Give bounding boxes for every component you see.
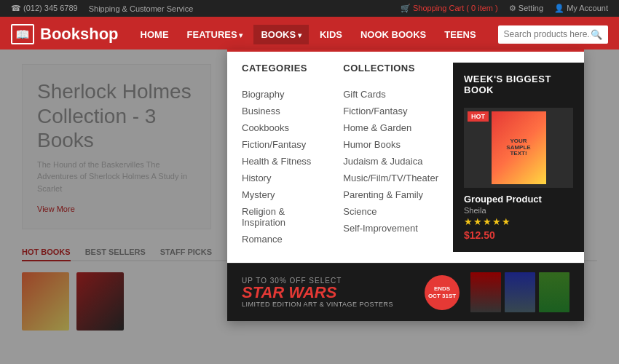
cat-religion[interactable]: Religion & Inspiration	[242, 203, 314, 231]
col-fiction[interactable]: Fiction/Fantasy	[343, 103, 438, 119]
book-title: Grouped Product	[464, 194, 573, 205]
book-cover: YOURSAMPLETEXT!	[492, 111, 546, 184]
banner-text: UP TO 30% OFF SELECT STAR WARS LIMITED E…	[242, 277, 414, 308]
phone-number: ☎ (012) 345 6789	[11, 4, 78, 13]
book-author: Sheila	[464, 206, 573, 215]
nav-books[interactable]: BOOKS	[253, 25, 308, 44]
book-stars: ★★★★★	[464, 216, 573, 227]
col-parenting[interactable]: Parenting & Family	[343, 186, 438, 203]
setting-link[interactable]: ⚙ Setting	[509, 4, 543, 13]
col-self-improvement[interactable]: Self-Improvement	[343, 220, 438, 237]
banner-images	[470, 272, 569, 312]
dropdown-categories-col: CATEGORIES Biography Business Cookbooks …	[227, 63, 328, 252]
logo[interactable]: 📖 Bookshop	[11, 24, 119, 44]
banner-ends-label: ENDS	[434, 285, 450, 293]
cat-health[interactable]: Health & Fitness	[242, 153, 314, 170]
book-sample-text: YOURSAMPLETEXT!	[506, 138, 530, 157]
cat-cookbooks[interactable]: Cookbooks	[242, 119, 314, 136]
col-judaism[interactable]: Judaism & Judaica	[343, 153, 438, 170]
cat-history[interactable]: History	[242, 170, 314, 186]
banner-sub-text: LIMITED EDITION ART & VINTAGE POSTERS	[242, 301, 414, 308]
top-bar-right: 🛒 Shopping Cart ( 0 item ) ⚙ Setting 👤 M…	[401, 4, 608, 13]
col-home-garden[interactable]: Home & Garden	[343, 119, 438, 136]
shipping-link[interactable]: Shipping & Customer Service	[89, 4, 194, 13]
nav-nook[interactable]: NOOK BOOKS	[353, 25, 433, 44]
book-card: HOT YOURSAMPLETEXT! Grouped Product Shei…	[464, 108, 573, 241]
col-music[interactable]: Music/Film/TV/Theater	[343, 170, 438, 186]
weeks-book-heading: WEEK'S BIGGEST BOOK	[464, 74, 573, 99]
dropdown-menu: CATEGORIES Biography Business Cookbooks …	[227, 50, 584, 321]
hot-badge: HOT	[468, 111, 489, 122]
cat-biography[interactable]: Biography	[242, 86, 314, 103]
categories-heading: CATEGORIES	[242, 63, 314, 77]
banner: UP TO 30% OFF SELECT STAR WARS LIMITED E…	[227, 263, 584, 321]
book-price: $12.50	[464, 229, 573, 241]
header: 📖 Bookshop HOME FEATURES BOOKS KIDS NOOK…	[0, 17, 619, 52]
banner-ends: ENDS OCT 31ST	[425, 275, 460, 310]
col-humor[interactable]: Humor Books	[343, 136, 438, 153]
banner-book-1	[470, 272, 501, 312]
nav-home[interactable]: HOME	[133, 25, 176, 44]
dropdown-inner: CATEGORIES Biography Business Cookbooks …	[227, 52, 584, 263]
col-science[interactable]: Science	[343, 203, 438, 220]
cat-fiction[interactable]: Fiction/Fantasy	[242, 136, 314, 153]
book-image: HOT YOURSAMPLETEXT!	[464, 108, 573, 188]
collections-heading: COLLECTIONS	[343, 63, 438, 77]
dropdown-collections-col: COLLECTIONS Gift Cards Fiction/Fantasy H…	[328, 63, 453, 252]
nav-teens[interactable]: TEENS	[437, 25, 483, 44]
account-link[interactable]: 👤 My Account	[554, 4, 608, 13]
col-gift-cards[interactable]: Gift Cards	[343, 86, 438, 103]
banner-main-text: STAR WARS	[242, 285, 414, 301]
nav-kids[interactable]: KIDS	[312, 25, 350, 44]
cat-business[interactable]: Business	[242, 103, 314, 119]
logo-icon: 📖	[11, 24, 34, 44]
banner-book-3	[539, 272, 569, 312]
search-input[interactable]	[504, 29, 591, 39]
banner-book-2	[505, 272, 535, 312]
search-box[interactable]: 🔍	[498, 25, 608, 44]
top-bar-left: ☎ (012) 345 6789 Shipping & Customer Ser…	[11, 4, 193, 13]
cart-link[interactable]: 🛒 Shopping Cart ( 0 item )	[401, 4, 498, 13]
weeks-book-col: WEEK'S BIGGEST BOOK HOT YOURSAMPLETEXT! …	[453, 63, 584, 252]
cat-mystery[interactable]: Mystery	[242, 186, 314, 203]
logo-text: Bookshop	[40, 25, 119, 44]
banner-ends-date: OCT 31ST	[428, 293, 456, 300]
main-nav: HOME FEATURES BOOKS KIDS NOOK BOOKS TEEN…	[133, 25, 484, 44]
top-bar: ☎ (012) 345 6789 Shipping & Customer Ser…	[0, 0, 619, 17]
search-icon: 🔍	[591, 29, 602, 40]
nav-features[interactable]: FEATURES	[180, 25, 251, 44]
cat-romance[interactable]: Romance	[242, 231, 314, 248]
